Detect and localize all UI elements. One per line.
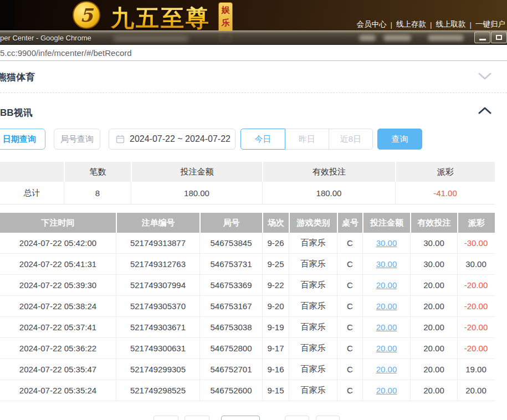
cell-valid-bet: 20.00: [410, 317, 457, 337]
header-game-type: 游戏类别: [290, 213, 337, 233]
cell-valid-bet: 30.00: [410, 233, 457, 253]
cell-session: 9-15: [262, 380, 289, 401]
blurred-account-info: [428, 35, 464, 41]
cell-session: 9-26: [262, 233, 289, 253]
pagination-button[interactable]: [185, 416, 209, 420]
cell-round-id: 546753038: [199, 317, 262, 337]
yesterday-button[interactable]: 昨日: [285, 129, 329, 150]
chevron-down-icon[interactable]: [478, 72, 491, 82]
summary-total-row: 总计 8 180.00 180.00 -41.00: [0, 182, 495, 204]
cell-bet-id: 521749300631: [116, 338, 199, 358]
cell-valid-bet: 20.00: [410, 275, 457, 295]
last-8-days-button[interactable]: 近8日: [329, 129, 373, 150]
bet-amount-link[interactable]: 20.00: [376, 344, 397, 353]
nav-online-withdraw[interactable]: 线上取款: [436, 19, 465, 29]
badge-char: 乐: [222, 16, 230, 29]
cell-bet-id: 521749299305: [116, 359, 199, 380]
cell-bet-time: 2024-07-22 05:41:31: [0, 254, 116, 274]
table-header-row: 下注时间 注单编号 局号 场次 游戏类别 桌号 投注金额 有效投注 派彩: [0, 213, 495, 233]
search-button[interactable]: 查询: [377, 129, 422, 150]
logo-coin-icon: 5: [73, 1, 100, 29]
pagination-button[interactable]: [316, 416, 340, 420]
cell-game-type: 百家乐: [289, 359, 337, 380]
cell-session: 9-19: [262, 317, 289, 337]
header-payout: 派彩: [458, 213, 495, 233]
table-row: 2024-07-22 05:36:22 521749300631 5467528…: [0, 338, 495, 359]
bet-amount-link[interactable]: 20.00: [376, 386, 397, 395]
round-query-tab[interactable]: 局号查询: [54, 129, 100, 150]
summary-header-count: 笔数: [65, 162, 131, 182]
cell-valid-bet: 20.00: [410, 296, 457, 316]
cell-bet-id: 521749307994: [116, 275, 199, 295]
chevron-up-icon[interactable]: [478, 106, 491, 116]
cell-session: 9-22: [262, 275, 289, 295]
cell-table-no: C: [337, 254, 362, 274]
badge-char: 娱: [222, 3, 230, 16]
address-bar[interactable]: 5.cc:9900/infe/mcenter/#/betRecord: [0, 45, 507, 61]
cell-payout: -20.00: [457, 317, 494, 337]
cell-payout: -20.00: [457, 275, 494, 295]
today-button[interactable]: 今日: [240, 129, 285, 150]
cell-bet-id: 521749312763: [116, 254, 199, 274]
header-bet-amount: 投注金额: [363, 213, 410, 233]
cell-bet-time: 2024-07-22 05:35:24: [0, 380, 116, 401]
date-range-value: 2024-07-22 ~ 2024-07-22: [130, 134, 231, 144]
maximize-button[interactable]: [491, 32, 507, 43]
summary-valid-bet: 180.00: [262, 182, 395, 204]
cell-valid-bet: 20.00: [410, 359, 457, 380]
header-valid-bet: 有效投注: [411, 213, 457, 233]
cell-game-type: 百家乐: [289, 380, 337, 401]
nav-one-key-transfer[interactable]: 一键归户: [475, 19, 505, 29]
blurred-account-info: [383, 35, 411, 41]
cell-payout: -20.00: [457, 296, 494, 316]
cell-bet-id: 521749298525: [116, 380, 199, 401]
cell-table-no: C: [337, 317, 362, 337]
pagination-page-select[interactable]: [221, 416, 260, 420]
summary-header-empty: [0, 162, 64, 182]
cell-valid-bet: 20.00: [410, 380, 457, 401]
bet-amount-link[interactable]: 20.00: [376, 322, 397, 332]
table-row: 2024-07-22 05:35:24 521749298525 5467526…: [0, 380, 495, 401]
table-row: 2024-07-22 05:41:31 521749312763 5467537…: [0, 254, 495, 275]
cell-session: 9-16: [262, 359, 289, 380]
cell-payout: 19.00: [457, 359, 494, 380]
pagination-button[interactable]: [285, 416, 309, 420]
nav-separator: |: [469, 21, 472, 29]
nav-separator: |: [390, 21, 392, 29]
summary-bet-amount: 180.00: [131, 182, 262, 204]
header-round-id: 局号: [201, 213, 262, 233]
bet-amount-link[interactable]: 20.00: [376, 280, 397, 290]
date-query-tab[interactable]: 日期查询: [0, 129, 45, 150]
date-range-input[interactable]: 2024-07-22 ~ 2024-07-22: [109, 129, 235, 150]
cell-bet-id: 521749305370: [116, 296, 199, 316]
nav-online-deposit[interactable]: 线上存款: [396, 19, 426, 29]
cell-table-no: C: [337, 338, 362, 358]
bet-amount-link[interactable]: 20.00: [376, 365, 397, 374]
window-title: per Center - Google Chrome: [0, 34, 91, 42]
cell-round-id: 546753369: [199, 275, 262, 295]
table-row: 2024-07-22 05:42:00 521749313877 5467538…: [0, 233, 495, 254]
pagination-button[interactable]: [153, 416, 178, 420]
table-row: 2024-07-22 05:35:47 521749299305 5467527…: [0, 359, 495, 380]
window-titlebar: per Center - Google Chrome: [0, 30, 507, 45]
minimize-button[interactable]: [474, 32, 490, 43]
bet-amount-link[interactable]: 30.00: [376, 238, 397, 248]
minimize-icon: [479, 39, 486, 40]
cell-valid-bet: 30.00: [410, 254, 457, 274]
summary-payout: -41.00: [395, 182, 495, 204]
table-row: 2024-07-22 05:38:24 521749305370 5467531…: [0, 296, 495, 317]
cell-payout: 20.00: [457, 380, 494, 401]
blurred-decoration: [114, 37, 188, 41]
url-text: 5.cc:9900/infe/mcenter/#/betRecord: [0, 48, 132, 58]
cell-round-id: 546752800: [199, 338, 262, 358]
cell-table-no: C: [337, 275, 362, 295]
section-panda-sports[interactable]: 熊猫体育: [0, 71, 35, 84]
cell-bet-time: 2024-07-22 05:42:00: [0, 233, 116, 253]
summary-header-payout: 派彩: [396, 162, 495, 182]
bet-amount-link[interactable]: 30.00: [376, 259, 397, 269]
bet-amount-link[interactable]: 20.00: [376, 301, 397, 311]
nav-member-center[interactable]: 会员中心: [356, 19, 386, 29]
section-bb-video[interactable]: BB视讯: [0, 106, 33, 119]
banner-nav: 会员中心 | 线上存款 | 线上取款 | 一键归户: [356, 19, 505, 29]
summary-header-bet-amount: 投注金额: [132, 162, 262, 182]
